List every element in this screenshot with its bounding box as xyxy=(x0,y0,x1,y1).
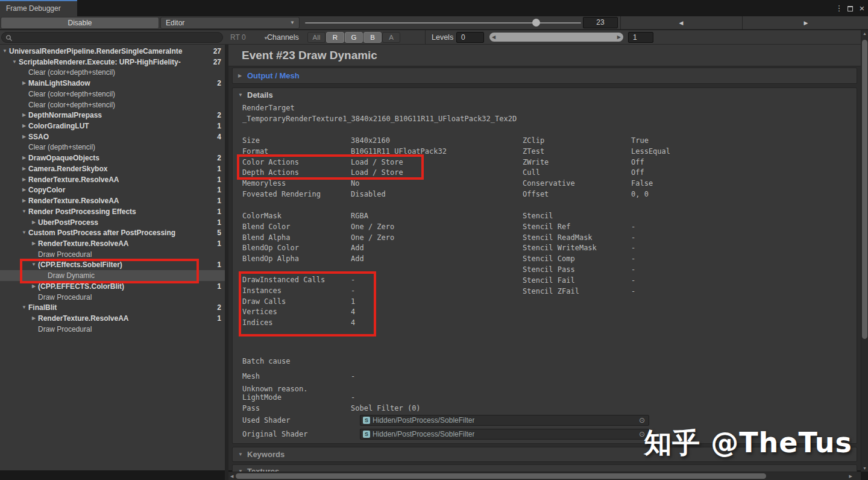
output-mesh-label[interactable]: Output / Mesh xyxy=(247,68,300,83)
scroll-up-icon[interactable]: ▲ xyxy=(861,31,868,36)
foldout-arrow-icon[interactable]: ▶ xyxy=(20,185,28,195)
tree-item[interactable]: Clear (color+depth+stencil) xyxy=(0,99,225,110)
tree-item[interactable]: ▶UberPostProcess1 xyxy=(0,217,225,228)
tree-item[interactable]: Draw Procedural xyxy=(0,249,225,260)
tree-item[interactable]: ▶(CPP.EFFECTS.ColorBlit)1 xyxy=(0,281,225,292)
foldout-arrow-icon[interactable]: ▶ xyxy=(20,174,28,185)
foldout-arrow-icon[interactable]: ▶ xyxy=(20,153,28,163)
tree-item[interactable]: Draw Dynamic xyxy=(0,270,225,281)
foldout-arrow-icon[interactable]: ▶ xyxy=(20,110,28,121)
tree-item-label: (CPP.Effects.SobelFilter) xyxy=(38,259,210,270)
detail-value: - xyxy=(631,233,635,244)
tree-item[interactable]: Draw Procedural xyxy=(0,292,225,303)
target-dropdown[interactable]: Editor ▼ xyxy=(160,17,300,29)
tree-item[interactable]: ▼Custom PostProcess after PostProcessing… xyxy=(0,227,225,238)
object-picker-icon[interactable]: ⊙ xyxy=(637,430,647,438)
tree-item[interactable]: Clear (color+depth+stencil) xyxy=(0,67,225,78)
tree-item-count: 1 xyxy=(217,185,221,195)
levels-range-slider[interactable]: ◀ ▶ xyxy=(489,33,623,42)
section-keywords[interactable]: ▼ Keywords xyxy=(232,447,857,462)
foldout-arrow-icon[interactable]: ▶ xyxy=(30,313,37,324)
used-shader-field[interactable]: S Hidden/PostProcess/SobleFilter ⊙ xyxy=(360,415,649,426)
foldout-arrow-icon[interactable]: ▶ xyxy=(20,163,28,174)
tree-item[interactable]: ▶RenderTexture.ResolveAA1 xyxy=(0,313,225,324)
foldout-arrow-icon[interactable]: ▶ xyxy=(20,195,28,206)
tree-item[interactable]: ▶RenderTexture.ResolveAA1 xyxy=(0,195,225,206)
tree-item[interactable]: ▶SSAO4 xyxy=(0,131,225,142)
foldout-arrow-icon[interactable]: ▼ xyxy=(20,302,28,313)
prev-event-button[interactable]: ◀ xyxy=(669,16,693,30)
channel-button-a[interactable]: A xyxy=(382,32,400,43)
foldout-arrow-icon[interactable]: ▶ xyxy=(20,78,28,89)
tree-item[interactable]: ▶MainLightShadow2 xyxy=(0,78,225,89)
detail-row: ZTestLessEqual xyxy=(523,147,670,157)
event-number-field[interactable]: 23 xyxy=(583,17,618,28)
detail-row: PassSobel Filter (0) xyxy=(242,403,421,414)
horizontal-scrollbar-thumb[interactable] xyxy=(236,473,766,479)
keywords-title[interactable]: Keywords xyxy=(247,447,285,462)
detail-value: - xyxy=(631,222,635,233)
vertical-scrollbar[interactable]: ▲ ▼ xyxy=(861,30,868,472)
object-picker-icon[interactable]: ⊙ xyxy=(637,416,647,425)
tree-item-label: Draw Dynamic xyxy=(48,270,210,281)
search-input[interactable] xyxy=(1,32,223,43)
tab-frame-debugger[interactable]: Frame Debugger xyxy=(0,1,77,16)
foldout-arrow-icon[interactable]: ▶ xyxy=(20,131,28,142)
scroll-down-icon[interactable]: ▼ xyxy=(861,466,868,470)
foldout-open-icon[interactable]: ▼ xyxy=(238,88,243,103)
tree-item[interactable]: ▼(CPP.Effects.SobelFilter)1 xyxy=(0,259,225,270)
levels-min-field[interactable]: 0 xyxy=(456,32,484,43)
tree-item[interactable]: ▼FinalBlit2 xyxy=(0,302,225,313)
tree-item[interactable]: ▶ColorGradingLUT1 xyxy=(0,121,225,131)
scroll-left-icon[interactable]: ◀ xyxy=(230,472,233,480)
render-target-dropdown[interactable]: RT 0 ▼ xyxy=(230,30,268,46)
tree-item[interactable]: ▶RenderTexture.ResolveAA1 xyxy=(0,238,225,249)
channel-button-g[interactable]: G xyxy=(345,32,363,43)
details-title[interactable]: Details xyxy=(247,88,273,103)
foldout-arrow-icon[interactable]: ▼ xyxy=(11,57,18,68)
render-target-label: RenderTarget xyxy=(242,103,295,114)
tree-item[interactable]: Clear (depth+stencil) xyxy=(0,142,225,153)
tree-item[interactable]: ▶DepthNormalPrepass2 xyxy=(0,110,225,121)
detail-row: Stencil xyxy=(523,211,635,222)
event-slider-knob[interactable] xyxy=(532,19,540,27)
foldout-closed-icon[interactable]: ▶ xyxy=(238,68,242,83)
tree-item[interactable]: ▶Camera.RenderSkybox1 xyxy=(0,163,225,174)
foldout-arrow-icon[interactable]: ▶ xyxy=(30,281,37,292)
channel-button-all[interactable]: All xyxy=(307,32,326,43)
disable-button[interactable]: Disable xyxy=(1,17,159,29)
section-output-mesh[interactable]: ▶ Output / Mesh xyxy=(232,68,857,84)
foldout-arrow-icon[interactable]: ▼ xyxy=(20,206,28,217)
menu-kebab-icon[interactable]: ⋮ xyxy=(834,0,844,16)
detail-label: Memoryless xyxy=(242,178,351,189)
tree-item[interactable]: ▶DrawOpaqueObjects2 xyxy=(0,153,225,163)
horizontal-scrollbar[interactable]: ◀ ▶ xyxy=(228,472,861,480)
scroll-right-icon[interactable]: ▶ xyxy=(849,472,852,480)
levels-max-field[interactable]: 1 xyxy=(628,32,653,43)
vertical-scrollbar-thumb[interactable] xyxy=(862,40,867,339)
details-mesh: Mesh- xyxy=(242,371,355,382)
foldout-arrow-icon[interactable]: ▼ xyxy=(30,259,37,270)
channel-button-b[interactable]: B xyxy=(363,32,382,43)
detail-row: Stencil ZFail- xyxy=(523,286,635,297)
tree-item[interactable]: ▼ScriptableRenderer.Execute: URP-HighFid… xyxy=(0,57,225,68)
detail-label: Stencil Pass xyxy=(523,265,631,276)
next-event-button[interactable]: ▶ xyxy=(794,16,818,30)
tree-item[interactable]: Draw Procedural xyxy=(0,324,225,335)
restore-window-icon[interactable] xyxy=(845,0,855,16)
tree-item[interactable]: ▼Render PostProcessing Effects1 xyxy=(0,206,225,217)
foldout-open-icon[interactable]: ▼ xyxy=(238,447,243,462)
tree-item[interactable]: Clear (color+depth+stencil) xyxy=(0,89,225,99)
original-shader-field[interactable]: S Hidden/PostProcess/SobleFilter ⊙ xyxy=(360,429,649,440)
foldout-arrow-icon[interactable]: ▶ xyxy=(30,217,37,228)
close-icon[interactable]: × xyxy=(857,0,867,16)
tree-item[interactable]: ▶CopyColor1 xyxy=(0,185,225,195)
channel-buttons: AllRGBA xyxy=(307,32,401,43)
foldout-arrow-icon[interactable]: ▶ xyxy=(20,121,28,131)
foldout-arrow-icon[interactable]: ▶ xyxy=(30,238,37,249)
channel-button-r[interactable]: R xyxy=(326,32,344,43)
tree-item[interactable]: ▶RenderTexture.ResolveAA1 xyxy=(0,174,225,185)
foldout-arrow-icon[interactable]: ▼ xyxy=(1,46,8,57)
foldout-arrow-icon[interactable]: ▼ xyxy=(20,227,28,238)
tree-item[interactable]: ▼UniversalRenderPipeline.RenderSingleCam… xyxy=(0,46,225,57)
